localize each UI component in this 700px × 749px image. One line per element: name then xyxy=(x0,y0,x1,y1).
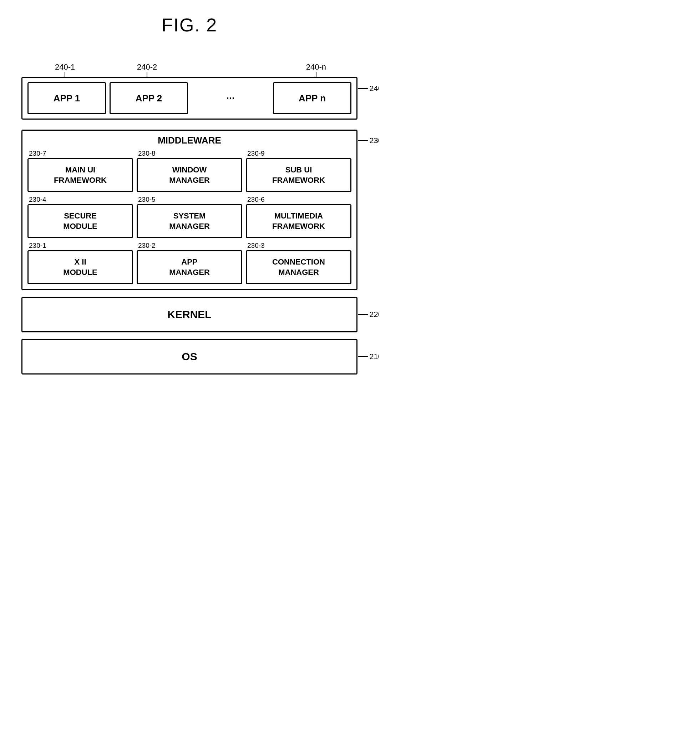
app-layer-ref: 240 xyxy=(358,84,379,93)
appn-box: APP n xyxy=(273,82,351,114)
os-layer-ref: 210 xyxy=(358,352,379,361)
mw-ref-3: 230-3 xyxy=(247,242,265,249)
mw-label-3: CONNECTION MANAGER xyxy=(272,257,325,277)
middleware-title: MIDDLEWARE xyxy=(27,135,351,146)
app2-box: APP 2 xyxy=(110,82,188,114)
mw-cell-5: 230-5 SYSTEM MANAGER xyxy=(137,196,242,238)
middleware-layer: MIDDLEWARE 230-7 MAIN UI FRAMEWORK 230-8… xyxy=(21,130,357,290)
mw-cell-1: 230-1 X II MODULE xyxy=(27,242,133,284)
mw-box-1: X II MODULE xyxy=(27,250,133,284)
app-dots: ··· xyxy=(192,92,269,104)
mw-box-2: APP MANAGER xyxy=(137,250,242,284)
mw-cell-8: 230-8 WINDOW MANAGER xyxy=(137,150,242,192)
figure-title: FIG. 2 xyxy=(162,14,217,36)
app1-ref-label: 240-1 xyxy=(55,63,75,72)
os-layer: OS xyxy=(21,339,357,374)
kernel-layer-ref: 220 xyxy=(358,310,379,319)
mw-cell-9: 230-9 SUB UI FRAMEWORK xyxy=(246,150,351,192)
mw-box-9: SUB UI FRAMEWORK xyxy=(246,158,351,192)
mw-ref-1: 230-1 xyxy=(29,242,46,249)
mw-box-3: CONNECTION MANAGER xyxy=(246,250,351,284)
mw-cell-2: 230-2 APP MANAGER xyxy=(137,242,242,284)
app2-ref-label: 240-2 xyxy=(137,63,157,72)
kernel-label: KERNEL xyxy=(167,309,211,321)
app1-label: APP 1 xyxy=(53,93,80,104)
mw-ref-7: 230-7 xyxy=(29,150,46,157)
mw-label-8: WINDOW MANAGER xyxy=(169,165,210,185)
appn-label: APP n xyxy=(299,93,326,104)
mw-ref-2: 230-2 xyxy=(138,242,156,249)
mw-label-1: X II MODULE xyxy=(63,257,97,277)
mw-box-4: SECURE MODULE xyxy=(27,204,133,238)
mw-cell-3: 230-3 CONNECTION MANAGER xyxy=(246,242,351,284)
mw-label-9: SUB UI FRAMEWORK xyxy=(272,165,325,185)
mw-box-5: SYSTEM MANAGER xyxy=(137,204,242,238)
mw-box-7: MAIN UI FRAMEWORK xyxy=(27,158,133,192)
mw-cell-4: 230-4 SECURE MODULE xyxy=(27,196,133,238)
middleware-grid: 230-7 MAIN UI FRAMEWORK 230-8 WINDOW MAN… xyxy=(27,150,351,284)
mw-ref-9: 230-9 xyxy=(247,150,265,157)
mw-box-6: MULTIMEDIA FRAMEWORK xyxy=(246,204,351,238)
os-label: OS xyxy=(181,351,197,363)
mw-label-6: MULTIMEDIA FRAMEWORK xyxy=(272,211,325,231)
diagram: 240-1 240-2 240-n APP 1 APP 2 ··· xyxy=(21,57,357,374)
mw-box-8: WINDOW MANAGER xyxy=(137,158,242,192)
mw-ref-6: 230-6 xyxy=(247,196,265,203)
mw-cell-7: 230-7 MAIN UI FRAMEWORK xyxy=(27,150,133,192)
mw-ref-5: 230-5 xyxy=(138,196,156,203)
mw-label-2: APP MANAGER xyxy=(169,257,210,277)
mw-cell-6: 230-6 MULTIMEDIA FRAMEWORK xyxy=(246,196,351,238)
mw-ref-4: 230-4 xyxy=(29,196,46,203)
kernel-layer: KERNEL xyxy=(21,297,357,332)
app2-label: APP 2 xyxy=(136,93,162,104)
mw-label-4: SECURE MODULE xyxy=(63,211,97,231)
middleware-layer-ref: 230 xyxy=(358,136,379,145)
mw-label-7: MAIN UI FRAMEWORK xyxy=(54,165,107,185)
app1-box: APP 1 xyxy=(27,82,106,114)
appn-ref-label: 240-n xyxy=(306,63,326,72)
app-layer: APP 1 APP 2 ··· APP n xyxy=(21,77,357,119)
mw-ref-8: 230-8 xyxy=(138,150,156,157)
mw-label-5: SYSTEM MANAGER xyxy=(169,211,210,231)
